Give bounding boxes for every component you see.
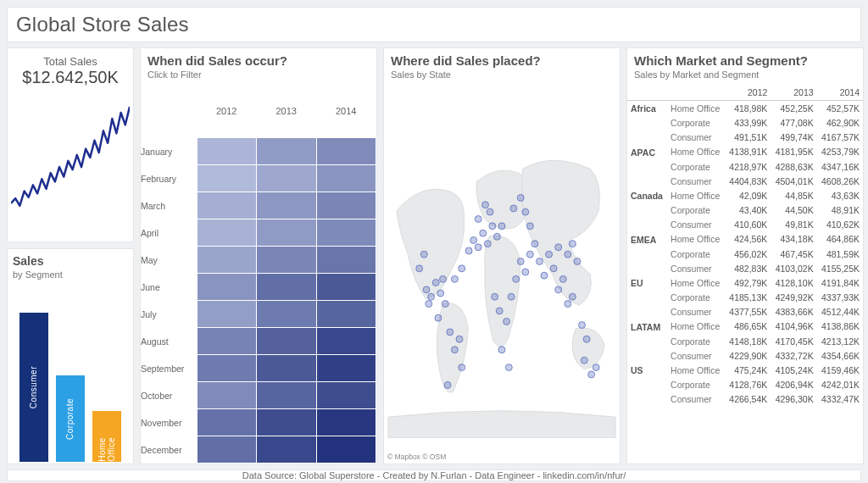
heatmap-cell[interactable]: [257, 138, 317, 165]
heatmap-month-label[interactable]: February: [141, 165, 197, 192]
heatmap-month-label[interactable]: June: [141, 274, 197, 301]
map-dot[interactable]: [475, 215, 481, 222]
heatmap-month-label[interactable]: January: [141, 138, 197, 165]
heatmap-cell[interactable]: [197, 165, 257, 192]
map-dot[interactable]: [435, 314, 442, 321]
map-dot[interactable]: [459, 265, 465, 272]
heatmap-cell[interactable]: [316, 355, 376, 382]
map-dot[interactable]: [428, 293, 435, 300]
map-dot[interactable]: [487, 208, 493, 215]
heatmap-cell[interactable]: [316, 382, 376, 409]
heatmap-year-header[interactable]: 2013: [257, 85, 317, 138]
map-dot[interactable]: [559, 275, 566, 282]
heatmap-cell[interactable]: [197, 355, 257, 382]
heatmap-cell[interactable]: [257, 382, 317, 409]
map-dot[interactable]: [432, 280, 439, 286]
map-dot[interactable]: [465, 247, 472, 254]
heatmap-month-label[interactable]: March: [141, 192, 197, 219]
heatmap-cell[interactable]: [197, 301, 257, 328]
heatmap-month-label[interactable]: November: [141, 409, 197, 436]
table-row[interactable]: Consumer491,51K499,74K4167,57K: [627, 130, 863, 145]
heatmap-cell[interactable]: [257, 247, 317, 274]
table-row[interactable]: Corporate433,99K477,08K462,90K: [627, 116, 863, 130]
table-row[interactable]: AfricaHome Office418,98K452,25K452,57K: [627, 101, 863, 116]
map-dot[interactable]: [510, 205, 517, 212]
map-dot[interactable]: [475, 244, 481, 251]
map-dot[interactable]: [569, 241, 576, 247]
heatmap-cell[interactable]: [257, 165, 317, 192]
heatmap-cell[interactable]: [257, 409, 317, 436]
heatmap-cell[interactable]: [316, 165, 376, 192]
heatmap-month-label[interactable]: April: [141, 219, 197, 247]
heatmap-cell[interactable]: [316, 328, 376, 355]
map-dot[interactable]: [546, 251, 553, 258]
map-dot[interactable]: [574, 258, 581, 265]
heatmap-cell[interactable]: [197, 192, 257, 219]
map-dot[interactable]: [569, 293, 576, 300]
table-row[interactable]: LATAMHome Office486,65K4104,96K4138,86K: [627, 319, 863, 335]
table-row[interactable]: Corporate4218,97K4288,63K4347,16K: [627, 159, 863, 174]
map-dot[interactable]: [522, 208, 529, 215]
table-row[interactable]: Consumer482,83K4103,02K4155,25K: [627, 261, 863, 275]
map-dot[interactable]: [496, 308, 503, 314]
map-dot[interactable]: [492, 293, 498, 300]
heatmap-cell[interactable]: [257, 219, 317, 247]
map-dot[interactable]: [517, 258, 524, 265]
world-map[interactable]: [384, 85, 620, 438]
map-dot[interactable]: [493, 233, 500, 240]
segment-bar-chart[interactable]: ConsumerCorporateHome Office: [13, 283, 128, 462]
table-row[interactable]: Corporate4128,76K4206,94K4242,01K: [627, 378, 863, 392]
segment-bar[interactable]: Consumer: [18, 283, 49, 462]
heatmap-month-label[interactable]: December: [141, 436, 197, 464]
map-dot[interactable]: [423, 286, 430, 293]
table-row[interactable]: Corporate43,40K44,50K48,91K: [627, 203, 863, 218]
table-row[interactable]: Consumer410,60K49,81K410,62K: [627, 218, 863, 232]
heatmap-cell[interactable]: [316, 138, 376, 165]
map-dot[interactable]: [550, 265, 557, 272]
map-dot[interactable]: [480, 230, 487, 236]
map-dot[interactable]: [531, 241, 538, 247]
table-row[interactable]: Consumer4229,90K4332,72K4354,66K: [627, 348, 863, 363]
heatmap-month-label[interactable]: July: [141, 301, 197, 328]
heatmap-cell[interactable]: [316, 301, 376, 328]
heatmap-cell[interactable]: [197, 409, 257, 436]
heatmap-cell[interactable]: [197, 219, 257, 247]
map-dot[interactable]: [504, 318, 510, 325]
map-dot[interactable]: [426, 301, 432, 308]
table-row[interactable]: Consumer4404,83K4504,01K4608,26K: [627, 174, 863, 188]
map-dot[interactable]: [498, 223, 505, 230]
market-segment-table[interactable]: 201220132014AfricaHome Office418,98K452,…: [627, 85, 863, 407]
heatmap-cell[interactable]: [197, 382, 257, 409]
map-dot[interactable]: [451, 347, 458, 353]
map-dot[interactable]: [517, 194, 524, 201]
table-row[interactable]: CanadaHome Office42,09K44,85K43,63K: [627, 188, 863, 203]
table-row[interactable]: Corporate456,02K467,45K481,59K: [627, 247, 863, 261]
map-dot[interactable]: [579, 322, 586, 329]
map-dot[interactable]: [451, 275, 458, 282]
map-dot[interactable]: [593, 364, 599, 371]
heatmap-cell[interactable]: [316, 247, 376, 274]
map-body[interactable]: © Mapbox © OSM: [384, 85, 620, 464]
heatmap-cell[interactable]: [197, 436, 257, 464]
heatmap-grid[interactable]: 201220132014JanuaryFebruaryMarchAprilMay…: [141, 85, 376, 464]
map-dot[interactable]: [555, 286, 562, 293]
heatmap-cell[interactable]: [257, 328, 317, 355]
heatmap-cell[interactable]: [316, 219, 376, 247]
table-row[interactable]: Consumer4266,54K4296,30K4332,47K: [627, 392, 863, 407]
map-dot[interactable]: [513, 275, 520, 282]
map-dot[interactable]: [588, 371, 595, 378]
market-year-header[interactable]: 2014: [817, 85, 863, 101]
table-row[interactable]: Consumer4377,55K4383,66K4512,44K: [627, 305, 863, 319]
table-row[interactable]: EUHome Office492,79K4128,10K4191,84K: [627, 275, 863, 291]
map-dot[interactable]: [583, 336, 590, 342]
heatmap-cell[interactable]: [197, 247, 257, 274]
table-row[interactable]: EMEAHome Office424,56K434,18K464,86K: [627, 232, 863, 247]
heatmap-month-label[interactable]: October: [141, 382, 197, 409]
map-dot[interactable]: [484, 241, 491, 247]
map-dot[interactable]: [565, 301, 571, 308]
heatmap-cell[interactable]: [316, 409, 376, 436]
heatmap-cell[interactable]: [257, 274, 317, 301]
table-row[interactable]: Corporate4148,18K4170,45K4213,12K: [627, 334, 863, 348]
heatmap-cell[interactable]: [257, 192, 317, 219]
map-dot[interactable]: [482, 202, 489, 208]
